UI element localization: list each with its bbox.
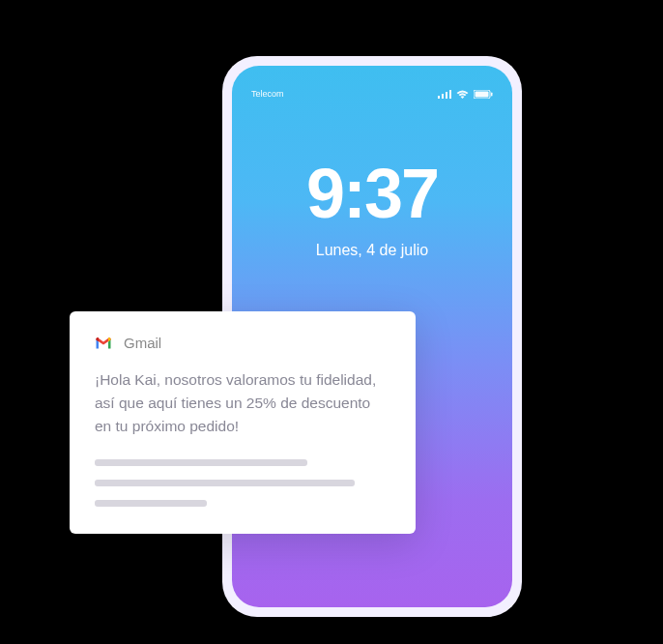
svg-rect-1 <box>442 94 444 99</box>
signal-icon <box>438 90 451 99</box>
notification-card[interactable]: Gmail ¡Hola Kai, nosotros valoramos tu f… <box>70 311 416 534</box>
status-icons <box>438 90 493 99</box>
status-bar: Telecom <box>251 89 493 99</box>
lock-screen-clock: 9:37 Lunes, 4 de julio <box>251 159 493 259</box>
notification-body: ¡Hola Kai, nosotros valoramos tu fidelid… <box>95 368 390 438</box>
notification-app-name: Gmail <box>124 335 161 351</box>
svg-rect-5 <box>491 92 493 96</box>
placeholder-line <box>95 500 207 507</box>
svg-rect-0 <box>438 96 440 99</box>
placeholder-line <box>95 480 355 486</box>
placeholder-line <box>95 459 307 466</box>
clock-date: Lunes, 4 de julio <box>251 242 493 259</box>
notification-header: Gmail <box>95 335 390 351</box>
svg-rect-3 <box>449 90 451 99</box>
svg-rect-2 <box>446 92 447 99</box>
battery-icon <box>474 90 493 99</box>
clock-time: 9:37 <box>251 159 493 228</box>
wifi-icon <box>456 90 469 99</box>
svg-rect-6 <box>476 91 489 97</box>
carrier-label: Telecom <box>251 89 284 99</box>
gmail-icon <box>95 337 112 350</box>
notification-placeholder <box>95 459 390 507</box>
